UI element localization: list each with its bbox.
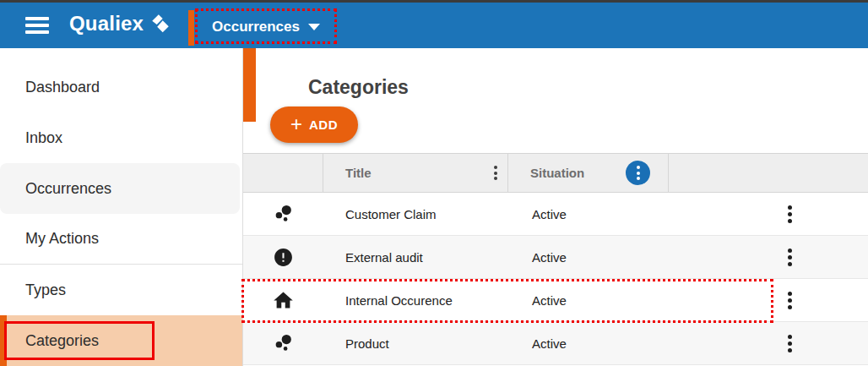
plus-icon: + xyxy=(290,114,302,134)
hamburger-menu-icon[interactable] xyxy=(25,17,49,34)
title-column-label: Title xyxy=(323,166,372,180)
home-icon xyxy=(243,289,323,312)
row-actions-kebab-icon[interactable] xyxy=(711,205,868,223)
header-cell-icon xyxy=(243,154,323,192)
row-actions-kebab-icon[interactable] xyxy=(711,335,868,352)
brand-name: Qualiex xyxy=(69,12,144,36)
row-title: External audit xyxy=(323,250,508,265)
row-situation: Active xyxy=(508,250,669,265)
bubble-chart-icon xyxy=(243,331,323,355)
column-menu-kebab-icon[interactable] xyxy=(494,166,497,180)
main-content: Categories + ADD Title Situation xyxy=(243,48,868,366)
table-header-row: Title Situation xyxy=(243,153,868,193)
error-icon xyxy=(243,247,323,268)
module-dropdown-occurrences[interactable]: Occurrences xyxy=(197,9,335,45)
chevron-down-icon xyxy=(308,24,320,30)
table-row-internal-occurence[interactable]: Internal Occurence Active xyxy=(243,279,868,322)
table-row-product[interactable]: Product Active xyxy=(243,322,868,365)
page-accent-bar xyxy=(243,48,256,122)
header-cell-title: Title xyxy=(323,154,508,192)
qualiex-diamond-icon xyxy=(149,13,171,35)
header-accent-divider xyxy=(188,10,194,46)
categories-table: Title Situation Customer Claim Active xyxy=(243,153,868,365)
sidebar-nav: Dashboard Inbox Occurrences My Actions T… xyxy=(0,48,243,366)
header-cell-situation: Situation xyxy=(508,154,669,192)
situation-column-label: Situation xyxy=(508,166,584,180)
row-situation: Active xyxy=(508,207,669,221)
sidebar-item-categories[interactable]: Categories xyxy=(0,315,242,366)
app-header: Qualiex Occurrences xyxy=(0,3,868,48)
header-cell-actions xyxy=(669,154,868,192)
table-row-external-audit[interactable]: External audit Active xyxy=(243,236,868,279)
add-button[interactable]: + ADD xyxy=(270,107,358,143)
row-title: Internal Occurence xyxy=(323,293,508,308)
sidebar-item-dashboard[interactable]: Dashboard xyxy=(0,62,242,112)
sidebar-item-occurrences[interactable]: Occurrences xyxy=(0,163,240,214)
brand-logo: Qualiex xyxy=(69,12,171,36)
module-dropdown-label: Occurrences xyxy=(212,19,300,36)
add-button-label: ADD xyxy=(309,117,338,132)
row-actions-kebab-icon[interactable] xyxy=(711,292,868,309)
row-title: Customer Claim xyxy=(323,207,508,221)
bubble-chart-icon xyxy=(243,202,323,226)
row-situation: Active xyxy=(508,336,669,351)
row-situation: Active xyxy=(508,293,669,308)
page-title: Categories xyxy=(308,76,409,99)
row-actions-kebab-icon[interactable] xyxy=(711,249,868,266)
sidebar-item-inbox[interactable]: Inbox xyxy=(0,112,242,163)
app-window: Qualiex Occurrences Dashboard Inbox Occu… xyxy=(0,0,868,366)
sidebar-item-types[interactable]: Types xyxy=(0,265,242,315)
row-title: Product xyxy=(323,336,508,351)
table-row-customer-claim[interactable]: Customer Claim Active xyxy=(243,193,868,236)
situation-filter-badge-icon[interactable] xyxy=(626,161,650,185)
sidebar-item-my-actions[interactable]: My Actions xyxy=(0,214,242,265)
